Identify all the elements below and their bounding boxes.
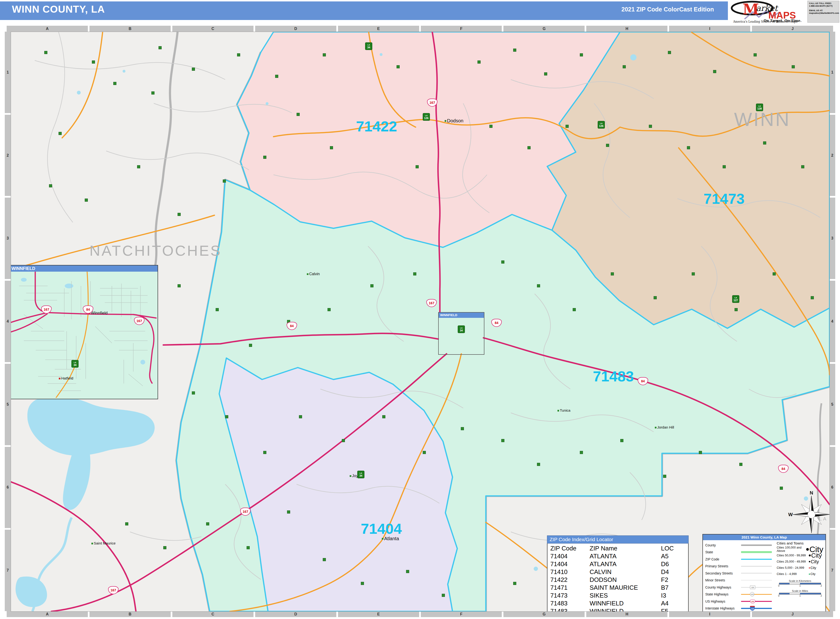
zip-table-cell: CALVIN: [590, 568, 661, 576]
zip-table-cell: WINNFIELD: [590, 607, 661, 612]
grid-number: 1: [829, 32, 835, 113]
legend-title: 2021 Winn County, LA Map: [703, 534, 825, 540]
grid-letter: H: [586, 611, 667, 617]
legend-shield-icon: 123: [750, 606, 755, 611]
zip-table-cell: A5: [661, 552, 685, 560]
grid-number: 2: [5, 115, 11, 196]
legend-city-sample: City: [809, 552, 822, 559]
zip-table-cell: 71410: [547, 568, 590, 576]
legend-city-label: Cities 50,000 - 99,999: [777, 554, 809, 557]
zip-table-cell: DODSON: [590, 576, 661, 584]
legend-row: Primary Streets: [705, 563, 774, 570]
legend-city-sample: City: [809, 559, 819, 564]
compass-w: W: [788, 512, 793, 517]
zip-table-row: 71422DODSONF2: [547, 576, 688, 584]
map-legend: 2021 Winn County, LA Map CountyStateZIP …: [702, 534, 826, 612]
map-frame: ABCDEFGHIJ ABCDEFGHIJ 1234567 1234567: [0, 24, 840, 619]
legend-line-sample: 123: [741, 599, 772, 604]
legend-city-sample: City: [809, 566, 816, 570]
city-sample-text: City: [810, 572, 816, 576]
grid-letter: H: [586, 26, 667, 32]
legend-row: US Highways123: [705, 598, 774, 605]
zip-table-cell: A4: [661, 600, 685, 607]
legend-city-row: Cities 25,000 - 49,999City: [777, 559, 824, 565]
zip-table-row: 71404ATLANTAA5: [547, 552, 688, 560]
contact-line1: CALL US TOLL FREE!: [809, 2, 838, 5]
grid-number: 4: [5, 281, 11, 362]
legend-city-label: Cities 1 - 4,999: [777, 572, 809, 576]
legend-city-row: Cities 1 - 4,999City: [777, 571, 824, 577]
zip-table-cell: 71404: [547, 552, 590, 560]
zip-table-cell: SAINT MAURICE: [590, 584, 661, 592]
legend-line-sample: [741, 557, 772, 562]
legend-row: County Highways123: [705, 584, 774, 591]
zip-code-label: 71483: [593, 368, 634, 384]
scale-tick: 1: [799, 595, 801, 597]
grid-letter: D: [255, 611, 336, 617]
city-dot-icon: [809, 555, 811, 556]
zip-table-title: ZIP Code Index/Grid Locator: [547, 535, 689, 544]
zip-table-cell: 71471: [547, 584, 590, 592]
county-name-label: WINN: [734, 109, 791, 130]
zip-table-cell: D6: [661, 560, 685, 568]
grid-numbers-left: 1234567: [5, 32, 11, 611]
contact-line4: mapsales@MarketMAPS.com: [809, 12, 838, 15]
grid-letter: G: [504, 26, 584, 32]
grid-number: 7: [829, 530, 835, 611]
zip-table-header-cell: ZIP Name: [590, 544, 661, 552]
winnfield-locator-box: WINNFIELD: [438, 312, 484, 355]
grid-number: 3: [5, 197, 11, 279]
legend-city-sample: City: [809, 572, 816, 576]
zip-table-header-cell: ZIP Code: [547, 544, 590, 552]
zip-code-label: 71404: [361, 520, 402, 537]
legend-shield-icon: 123: [750, 585, 755, 589]
grid-letter: E: [338, 611, 419, 617]
grid-letter: J: [752, 26, 833, 32]
legend-shield-icon: 123: [750, 592, 754, 597]
legend-label: State: [705, 550, 741, 554]
zip-table-cell: 71422: [547, 576, 590, 584]
page-title: WINN COUNTY, LA: [12, 0, 105, 19]
inset-svg: [11, 272, 157, 398]
zip-table-cell: 71473: [547, 592, 590, 600]
zip-code-label: 71422: [356, 118, 397, 135]
scale-tick: 2: [821, 585, 822, 587]
grid-numbers-right: 1234567: [829, 32, 835, 611]
logo-subtitle: America's Leading Source of Business Map…: [723, 20, 807, 23]
grid-letter: A: [7, 26, 88, 32]
zip-table-cell: F2: [661, 576, 685, 584]
grid-number: 3: [829, 197, 835, 279]
winnfield-inset-map: WINNFIELD WinnfieldHatfield16784167LA34: [11, 265, 158, 399]
zip-table-cell: B7: [661, 584, 685, 592]
grid-letter: C: [172, 611, 254, 617]
zip-table-header-row: ZIP CodeZIP NameLOC: [547, 544, 688, 552]
grid-letters-top: ABCDEFGHIJ: [7, 26, 833, 32]
legend-city-label: Cities 25,000 - 49,999: [777, 560, 809, 563]
scale-tick: 1: [799, 585, 801, 587]
inset-streets: [19, 281, 148, 391]
legend-row: State Highways123: [705, 591, 774, 598]
zip-table-cell: ATLANTA: [590, 560, 661, 568]
legend-row: ZIP Code: [705, 556, 774, 563]
legend-label: State Highways: [705, 592, 741, 596]
winn-county-map-page: { "header": { "title": "WINN COUNTY, LA"…: [0, 0, 840, 619]
zip-table-row: 71473SIKESI3: [547, 592, 688, 600]
legend-city-label: Cities 5,000 - 24,999: [777, 566, 809, 570]
legend-label: US Highways: [705, 600, 741, 603]
legend-cities: Cities and Towns Cities 100,000 and Abov…: [777, 541, 824, 597]
grid-letter: J: [752, 611, 833, 617]
scale-miles: Scale in Miles 012: [777, 589, 824, 597]
scale-tick: 2: [821, 595, 822, 597]
zip-table-row: 71410CALVIND4: [547, 568, 688, 576]
legend-line-sample: [741, 543, 772, 547]
contact-line3: EMAIL US AT:: [809, 9, 838, 12]
legend-label: Interstate Highways: [705, 606, 741, 610]
legend-line-sample: [741, 571, 772, 576]
scale-tick: 0: [778, 595, 780, 597]
legend-label: County Highways: [705, 585, 741, 589]
legend-label: Minor Streets: [705, 578, 741, 582]
zip-table-row: 71404ATLANTAD6: [547, 560, 688, 568]
city-sample-text: City: [811, 559, 819, 564]
grid-number: 5: [829, 364, 835, 445]
zip-index-table: ZIP Code Index/Grid Locator ZIP CodeZIP …: [547, 535, 689, 612]
